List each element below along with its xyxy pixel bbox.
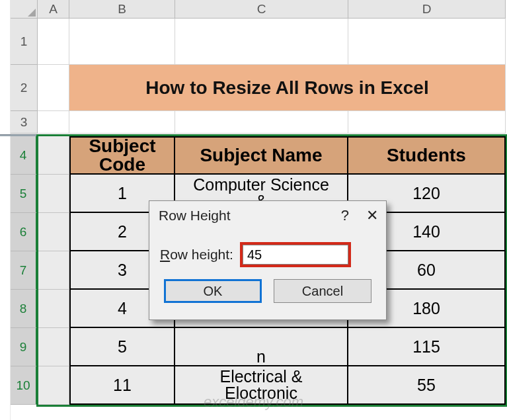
cells-upper: How to Resize All Rows in Excel [38,19,506,134]
cell-students-6[interactable]: 55 [348,366,506,405]
cell-C3[interactable] [175,111,348,134]
row-headers-upper: 1 2 3 [11,19,38,134]
row-header-2[interactable]: 2 [11,65,38,111]
page-title: How to Resize All Rows in Excel [69,65,505,110]
select-all-icon [28,9,36,17]
header-code[interactable]: Subject Code [69,136,175,175]
cell-A10[interactable] [38,366,69,405]
cell-name-6[interactable]: Electrical & Eloctronic [175,366,348,405]
cell-name-5[interactable]: n [175,328,348,366]
col-header-D[interactable]: D [348,0,506,19]
cell-B1[interactable] [69,19,175,65]
cell-A2[interactable] [38,65,69,111]
row-header-8[interactable]: 8 [11,290,38,328]
select-all-corner[interactable] [11,0,38,19]
close-icon[interactable]: ✕ [366,207,378,224]
row-header-1[interactable]: 1 [11,19,38,65]
row-headers-lower: 4 5 6 7 8 9 10 [11,136,38,405]
row-height-dialog: Row Height ? ✕ Row height: OK Cancel [149,200,387,320]
cell-D3[interactable] [348,111,506,134]
cell-title[interactable]: How to Resize All Rows in Excel [69,65,506,111]
cell-A7[interactable] [38,251,69,290]
cancel-button[interactable]: Cancel [274,279,371,303]
cell-A3[interactable] [38,111,69,134]
ok-button[interactable]: OK [164,279,262,303]
cell-A8[interactable] [38,290,69,328]
cell-A4[interactable] [38,136,69,175]
help-icon[interactable]: ? [341,207,349,224]
cell-A1[interactable] [38,19,69,65]
cell-code-6[interactable]: 11 [69,366,175,405]
cell-B3[interactable] [69,111,175,134]
cell-A5[interactable] [38,175,69,213]
cell-A9[interactable] [38,328,69,366]
row-header-9[interactable]: 9 [11,328,38,366]
cell-C1[interactable] [175,19,348,65]
row-header-7[interactable]: 7 [11,251,38,290]
row-height-input[interactable] [243,245,348,265]
col-header-A[interactable]: A [38,0,69,19]
row-height-input-highlight [240,242,351,267]
row-header-4[interactable]: 4 [11,136,38,175]
header-students[interactable]: Students [348,136,506,175]
cell-code-5[interactable]: 5 [69,328,175,366]
row-header-6[interactable]: 6 [11,213,38,251]
col-header-B[interactable]: B [69,0,175,19]
cell-D1[interactable] [348,19,506,65]
row-header-3[interactable]: 3 [11,111,38,134]
col-header-C[interactable]: C [175,0,348,19]
row-header-5[interactable]: 5 [11,175,38,213]
cell-A6[interactable] [38,213,69,251]
header-code-label: Subject Code [71,137,174,174]
row-height-label: Row height: [160,247,233,263]
column-headers: A B C D [38,0,506,19]
cell-students-5[interactable]: 115 [348,328,506,366]
header-name[interactable]: Subject Name [175,136,348,175]
upper-pane: A B C D 1 2 3 How to Resize All Rows in … [11,0,507,135]
row-header-10[interactable]: 10 [11,366,38,405]
dialog-title: Row Height [159,208,231,224]
